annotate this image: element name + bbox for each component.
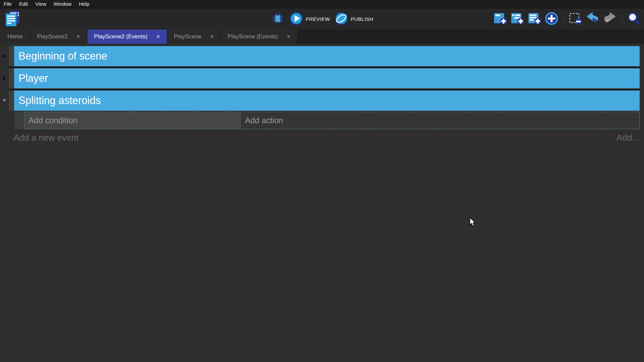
tab-label: PlayScene (Events) bbox=[228, 33, 278, 40]
expand-toggle[interactable] bbox=[0, 68, 9, 88]
add-subevent-button[interactable] bbox=[510, 12, 524, 26]
event-group-title: Player bbox=[14, 72, 48, 84]
add-comment-button[interactable] bbox=[527, 12, 541, 26]
event-group-bar[interactable]: Splitting asteroids bbox=[14, 90, 640, 111]
gdevelop-window: File Edit View Window Help bbox=[0, 0, 644, 362]
add-event-row: Add a new event Add... bbox=[0, 131, 644, 145]
expanded-arrow-icon bbox=[2, 99, 6, 102]
tab-label: PlayScene bbox=[174, 33, 201, 40]
redo-button[interactable] bbox=[603, 12, 617, 26]
close-icon[interactable]: ✕ bbox=[210, 34, 214, 39]
gdevelop-logo-icon bbox=[4, 10, 21, 29]
add-action-button[interactable]: Add action bbox=[241, 112, 639, 129]
menu-view[interactable]: View bbox=[32, 0, 50, 7]
tab-playscene2-events[interactable]: PlayScene2 (Events) ✕ bbox=[87, 30, 167, 44]
event-group-row: Player bbox=[0, 68, 640, 88]
empty-event-row: Add condition Add action bbox=[0, 112, 640, 129]
collapsed-arrow-icon bbox=[3, 54, 6, 58]
publish-button[interactable]: PUBLISH bbox=[334, 12, 373, 26]
tab-playscene-events[interactable]: PlayScene (Events) ✕ bbox=[221, 30, 297, 44]
menu-bar: File Edit View Window Help bbox=[0, 0, 644, 8]
debug-button[interactable] bbox=[271, 12, 285, 26]
undo-icon bbox=[586, 11, 600, 27]
publish-label: PUBLISH bbox=[351, 16, 373, 22]
event-group-title: Splitting asteroids bbox=[14, 95, 101, 107]
close-icon[interactable]: ✕ bbox=[287, 34, 291, 39]
tab-label: PlayScene2 bbox=[37, 33, 68, 40]
project-manager-button[interactable] bbox=[4, 10, 21, 28]
event-group-row: Splitting asteroids bbox=[0, 90, 640, 111]
undo-button[interactable] bbox=[586, 12, 600, 26]
debug-bug-icon bbox=[272, 12, 284, 26]
expand-toggle[interactable] bbox=[0, 46, 9, 66]
add-comment-icon bbox=[527, 11, 541, 27]
search-icon bbox=[627, 11, 641, 27]
add-action-label: Add action bbox=[241, 116, 283, 125]
preview-play-icon bbox=[290, 12, 303, 26]
close-icon[interactable]: ✕ bbox=[76, 34, 80, 39]
add-event-icon bbox=[493, 11, 507, 27]
collapsed-arrow-icon bbox=[3, 76, 6, 80]
publish-globe-icon bbox=[334, 12, 348, 26]
add-more-button[interactable]: Add... bbox=[616, 133, 639, 143]
tab-label: PlayScene2 (Events) bbox=[94, 33, 148, 40]
tab-playscene[interactable]: PlayScene ✕ bbox=[167, 30, 221, 44]
add-condition-label: Add condition bbox=[25, 116, 77, 125]
expand-toggle[interactable] bbox=[0, 90, 9, 111]
event-group-title: Beginning of scene bbox=[14, 50, 107, 62]
tab-bar: Home PlayScene2 ✕ PlayScene2 (Events) ✕ … bbox=[0, 30, 644, 44]
events-sheet: Beginning of scene Player Splitting aste… bbox=[0, 44, 644, 361]
add-subevent-icon bbox=[510, 11, 524, 27]
redo-icon bbox=[603, 11, 617, 27]
event-group-bar[interactable]: Beginning of scene bbox=[14, 46, 640, 66]
tab-playscene2[interactable]: PlayScene2 ✕ bbox=[30, 30, 87, 44]
selected-empty-event: Add condition Add action bbox=[24, 112, 640, 129]
delete-selection-button[interactable] bbox=[568, 12, 582, 26]
event-group-row: Beginning of scene bbox=[0, 46, 640, 66]
event-group-bar[interactable]: Player bbox=[14, 68, 640, 88]
menu-file[interactable]: File bbox=[0, 0, 15, 7]
menu-window[interactable]: Window bbox=[50, 0, 75, 7]
add-event-button[interactable] bbox=[493, 12, 507, 26]
close-icon[interactable]: ✕ bbox=[156, 34, 160, 39]
event-gutter[interactable] bbox=[9, 68, 14, 88]
preview-label: PREVIEW bbox=[306, 16, 330, 22]
menu-help[interactable]: Help bbox=[75, 0, 93, 7]
tab-home[interactable]: Home bbox=[0, 30, 30, 44]
tab-label: Home bbox=[7, 33, 23, 40]
main-toolbar: PREVIEW PUBLISH bbox=[0, 8, 644, 30]
delete-selection-icon bbox=[568, 11, 582, 27]
event-gutter[interactable] bbox=[9, 90, 14, 111]
search-events-button[interactable] bbox=[627, 12, 641, 26]
subevent-gutter[interactable] bbox=[15, 112, 24, 129]
add-choose-button[interactable] bbox=[545, 12, 559, 26]
event-gutter[interactable] bbox=[9, 46, 14, 66]
toolbar-separator bbox=[563, 13, 564, 26]
menu-edit[interactable]: Edit bbox=[15, 0, 32, 7]
toolbar-separator bbox=[621, 13, 622, 26]
add-circle-icon bbox=[545, 11, 559, 27]
add-new-event-button[interactable]: Add a new event bbox=[13, 133, 79, 143]
preview-button[interactable]: PREVIEW bbox=[290, 12, 330, 26]
indent-spacer bbox=[0, 112, 15, 129]
add-condition-button[interactable]: Add condition bbox=[25, 112, 241, 129]
